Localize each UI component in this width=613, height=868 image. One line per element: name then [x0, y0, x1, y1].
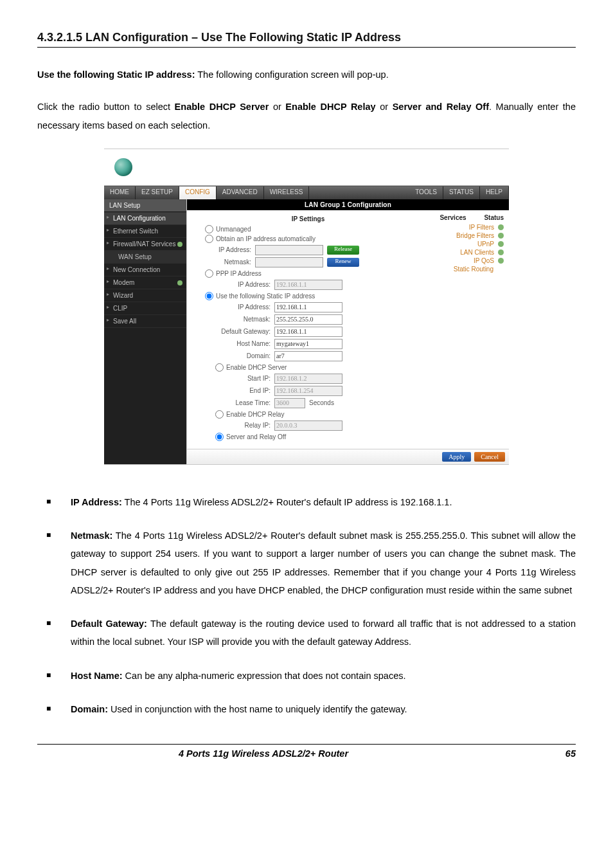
lbl-s-gw: Default Gateway: — [197, 328, 274, 335]
intro-rest: The following configuration screen will … — [195, 69, 388, 80]
tab-ezsetup[interactable]: EZ SETUP — [136, 186, 179, 199]
sidebar-item-wan-setup[interactable]: WAN Setup — [104, 251, 186, 264]
sidebar-item-lan-config[interactable]: LAN Configuration — [104, 212, 186, 225]
panel-title: LAN Group 1 Configuration — [187, 199, 509, 210]
status-dot-icon — [498, 258, 504, 264]
page-footer: 4 Ports 11g Wireless ADSL2/2+ Router 65 — [37, 744, 576, 759]
input-s-ip[interactable] — [274, 302, 342, 312]
input-ppp-ip — [274, 280, 342, 290]
radio-obtain-label: Obtain an IP address automatically — [216, 235, 315, 242]
input-lease — [274, 398, 305, 408]
radio-ppp[interactable] — [205, 269, 213, 278]
sidebar-item-save-all[interactable]: Save All — [104, 315, 186, 328]
page-title: 4.3.2.1.5 LAN Configuration – Use The Fo… — [37, 31, 576, 44]
lbl-nm-auto: Netmask: — [197, 258, 255, 266]
lbl-ppp-ip: IP Address: — [197, 281, 274, 288]
radio-unmanaged-label: Unmanaged — [216, 226, 251, 233]
sidebar-item-new-conn[interactable]: New Connection — [104, 264, 186, 276]
sidebar-item-eth-switch[interactable]: Ethernet Switch — [104, 225, 186, 238]
heading-rule — [37, 47, 576, 48]
input-domain[interactable] — [274, 351, 342, 361]
radio-obtain[interactable] — [205, 235, 213, 243]
bullet-netmask: Netmask: The 4 Ports 11g Wireless ADSL2/… — [37, 527, 576, 599]
status-dot-icon — [498, 241, 504, 247]
tab-advanced[interactable]: ADVANCED — [217, 186, 264, 199]
top-tabs: HOME EZ SETUP CONFIG ADVANCED WIRELESS T… — [104, 186, 509, 199]
radio-off-label: Server and Relay Off — [226, 433, 286, 440]
ip-settings-header: IP Settings — [197, 215, 419, 222]
lbl-seconds: Seconds — [305, 399, 334, 406]
tab-help[interactable]: HELP — [480, 186, 509, 199]
radio-ppp-label: PPP IP Address — [216, 270, 262, 277]
status-dot-icon — [498, 233, 504, 239]
lbl-start-ip: Start IP: — [197, 375, 274, 382]
tab-home[interactable]: HOME — [104, 186, 136, 199]
services-header: Services — [425, 214, 481, 221]
lbl-ip-auto: IP Address: — [197, 246, 255, 253]
intro-lead: Use the following Static IP address: — [37, 69, 195, 80]
input-start-ip — [274, 374, 342, 384]
status-dot-icon — [498, 249, 504, 255]
bullet-gateway: Default Gateway: The default gateway is … — [37, 615, 576, 651]
radio-off[interactable] — [215, 433, 224, 441]
sidebar-item-modem[interactable]: Modem — [104, 276, 186, 289]
svc-ipfilters[interactable]: IP Filters — [425, 224, 498, 231]
radio-dhcp-relay-label: Enable DHCP Relay — [226, 411, 284, 418]
lbl-end-ip: End IP: — [197, 387, 274, 394]
paragraph-2: Click the radio button to select Enable … — [37, 98, 576, 134]
radio-dhcp-server[interactable] — [215, 363, 224, 372]
status-dot-icon — [498, 224, 504, 230]
footer-page: 65 — [565, 748, 576, 759]
sidebar-item-wizard[interactable]: Wizard — [104, 289, 186, 302]
input-host[interactable] — [274, 339, 342, 349]
input-nm-auto — [255, 257, 323, 267]
bullet-domain: Domain: Used in conjunction with the hos… — [37, 700, 576, 718]
tab-spacer — [309, 186, 409, 199]
release-button[interactable]: Release — [327, 246, 359, 255]
apply-button[interactable]: Apply — [442, 452, 471, 462]
sidebar-group-lan: LAN Setup — [104, 199, 186, 212]
intro-paragraph: Use the following Static IP address: The… — [37, 66, 576, 84]
radio-static-label: Use the following Static IP address — [216, 293, 315, 300]
bullet-ip: IP Address: The 4 Ports 11g Wireless ADS… — [37, 493, 576, 511]
sidebar: LAN Setup LAN Configuration Ethernet Swi… — [104, 199, 186, 464]
lbl-s-nm: Netmask: — [197, 316, 274, 323]
lbl-host: Host Name: — [197, 340, 274, 347]
radio-static[interactable] — [205, 292, 213, 300]
input-s-nm[interactable] — [274, 314, 342, 325]
radio-unmanaged[interactable] — [205, 225, 213, 233]
tab-tools[interactable]: TOOLS — [409, 186, 443, 199]
lbl-relay-ip: Relay IP: — [197, 422, 274, 429]
logo-icon — [114, 158, 132, 176]
renew-button[interactable]: Renew — [327, 258, 359, 267]
svc-lanclients[interactable]: LAN Clients — [425, 249, 498, 256]
svc-static-routing[interactable]: Static Routing — [425, 266, 504, 273]
footer-title: 4 Ports 11g Wireless ADSL2/2+ Router — [179, 748, 348, 759]
input-end-ip — [274, 386, 342, 396]
input-s-gw[interactable] — [274, 327, 342, 337]
lbl-lease: Lease Time: — [197, 399, 274, 406]
radio-dhcp-server-label: Enable DHCP Server — [226, 364, 287, 371]
lbl-s-ip: IP Address: — [197, 303, 274, 311]
config-screenshot: HOME EZ SETUP CONFIG ADVANCED WIRELESS T… — [104, 149, 509, 465]
lbl-domain: Domain: — [197, 352, 274, 359]
status-header: Status — [481, 214, 504, 221]
radio-dhcp-relay[interactable] — [215, 410, 224, 419]
bullet-list: IP Address: The 4 Ports 11g Wireless ADS… — [37, 493, 576, 718]
tab-wireless[interactable]: WIRELESS — [264, 186, 310, 199]
logo-bar — [104, 149, 509, 186]
bullet-hostname: Host Name: Can be any alpha-numeric expr… — [37, 667, 576, 685]
sidebar-item-fwnat[interactable]: Firewall/NAT Services — [104, 238, 186, 251]
svc-ipqos[interactable]: IP QoS — [425, 257, 498, 264]
cancel-button[interactable]: Cancel — [474, 452, 505, 462]
input-relay-ip — [274, 420, 342, 431]
svc-upnp[interactable]: UPnP — [425, 240, 498, 248]
tab-status[interactable]: STATUS — [443, 186, 480, 199]
tab-config[interactable]: CONFIG — [179, 186, 217, 199]
input-ip-auto — [255, 245, 323, 255]
sidebar-item-clip[interactable]: CLIP — [104, 302, 186, 315]
svc-bridge[interactable]: Bridge Filters — [425, 232, 498, 239]
